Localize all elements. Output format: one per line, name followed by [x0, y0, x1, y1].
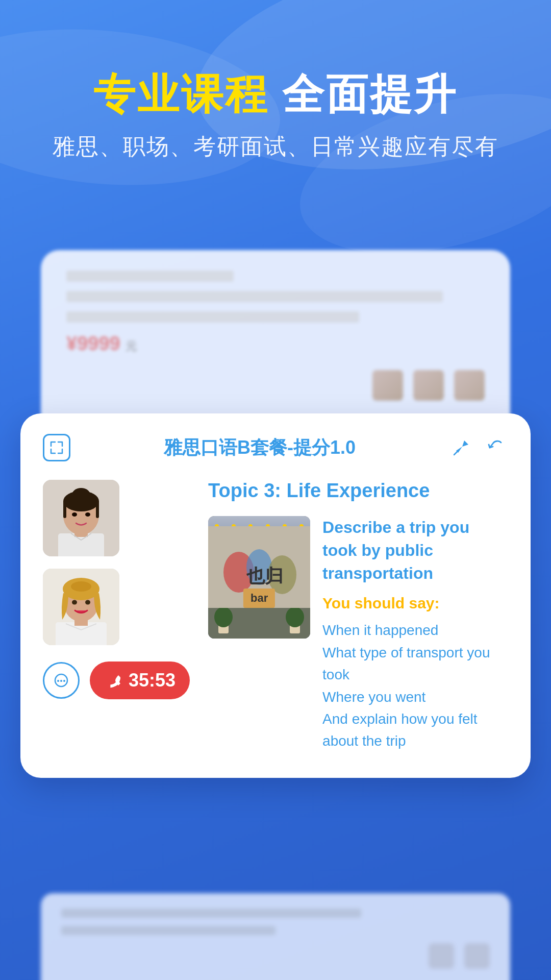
- pin-button[interactable]: [449, 435, 473, 460]
- left-column: 35:53: [43, 480, 190, 752]
- timer-display: 35:53: [129, 670, 176, 691]
- svg-rect-6: [63, 500, 66, 518]
- desc-item-2: What type of transport you took: [322, 642, 508, 686]
- back-button[interactable]: [484, 435, 508, 460]
- card-content: 35:53 Topic 3: Life Experience: [43, 480, 508, 752]
- blurred-avatars: [66, 370, 485, 401]
- blurred-line-2: [66, 291, 443, 302]
- chat-icon: [51, 670, 71, 691]
- desc-item-4: And explain how you felt about the trip: [322, 708, 508, 752]
- plants-svg: [208, 608, 310, 639]
- header-section: 专业课程 全面提升 雅思、职场、考研面试、日常兴趣应有尽有: [0, 71, 551, 162]
- end-call-icon: [101, 668, 127, 694]
- blurred-price: ¥9999 元: [66, 333, 485, 355]
- blurred-avatar-1: [372, 370, 403, 401]
- expand-button[interactable]: [43, 434, 70, 461]
- subtitle: 雅思、职场、考研面试、日常兴趣应有尽有: [0, 132, 551, 162]
- bar-scene-illustration: 也归 bar: [208, 516, 310, 639]
- you-should-label: You should say:: [322, 595, 508, 612]
- svg-point-18: [85, 600, 90, 605]
- svg-point-8: [72, 488, 90, 502]
- right-column: Topic 3: Life Experience: [208, 480, 508, 752]
- blurred-avatar-3: [454, 370, 485, 401]
- svg-rect-7: [96, 500, 99, 518]
- teacher-1-svg: [43, 480, 119, 556]
- topic-description: Describe a trip you took by public trans…: [322, 516, 508, 752]
- bottom-blurred-card: [41, 893, 510, 980]
- trip-image: 也归 bar: [208, 516, 310, 639]
- blurred-line-3: [66, 311, 359, 323]
- bottom-blurred-line-1: [61, 909, 361, 918]
- svg-point-22: [63, 680, 65, 682]
- blurred-avatar-2: [413, 370, 444, 401]
- end-call-timer[interactable]: 35:53: [90, 662, 190, 699]
- svg-point-17: [72, 600, 77, 605]
- card-actions: [449, 435, 508, 460]
- svg-point-10: [85, 512, 90, 517]
- card-topbar: 雅思口语B套餐-提分1.0: [43, 434, 508, 461]
- task-title: Describe a trip you took by public trans…: [322, 516, 508, 584]
- svg-point-21: [60, 680, 62, 682]
- card-title: 雅思口语B套餐-提分1.0: [70, 435, 449, 460]
- blurred-line-1: [66, 271, 234, 282]
- desc-item-1: When it happened: [322, 619, 508, 641]
- svg-line-0: [454, 451, 458, 455]
- svg-text:也归: 也归: [246, 566, 283, 586]
- bottom-actions: 35:53: [43, 662, 190, 699]
- back-icon: [485, 436, 507, 459]
- avatar-teacher-2: [43, 569, 119, 645]
- bottom-blurred-avatar-2: [464, 943, 490, 969]
- desc-item-3: Where you went: [322, 686, 508, 708]
- svg-point-16: [71, 581, 91, 592]
- main-card: 雅思口语B套餐-提分1.0: [20, 413, 531, 778]
- main-title: 专业课程 全面提升: [0, 71, 551, 117]
- chat-button[interactable]: [43, 662, 80, 699]
- bottom-blurred-line-2: [61, 926, 276, 935]
- svg-point-9: [72, 512, 77, 517]
- svg-point-20: [57, 680, 59, 682]
- bar-sign: bar: [243, 589, 275, 608]
- teacher-2-svg: [43, 569, 119, 645]
- expand-icon: [49, 440, 64, 455]
- topic-heading: Topic 3: Life Experience: [208, 480, 508, 502]
- bottom-blurred-avatar-1: [429, 943, 454, 969]
- avatar-teacher-1: [43, 480, 119, 556]
- content-row: 也归 bar: [208, 516, 508, 752]
- title-yellow: 专业课程: [93, 71, 269, 117]
- title-white: 全面提升: [282, 71, 458, 117]
- pin-icon: [450, 436, 472, 459]
